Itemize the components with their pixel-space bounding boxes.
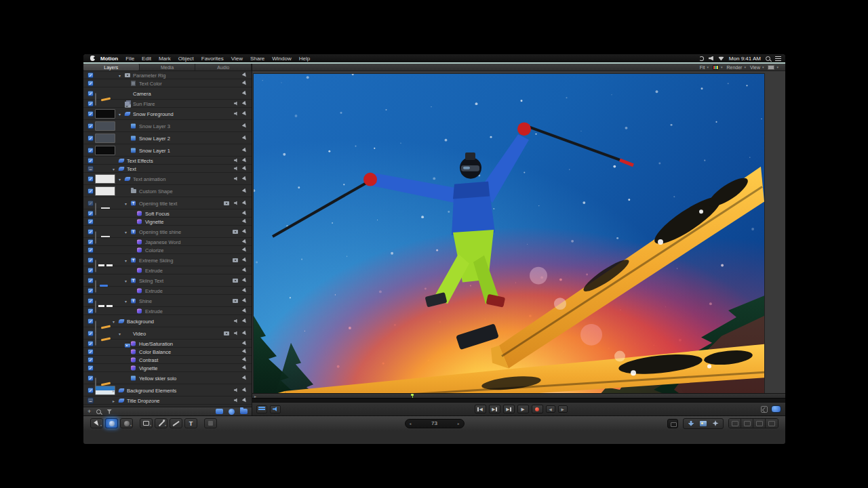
layer-row-skiing-text[interactable]: ▾Skiing Text (83, 274, 252, 287)
play-from-start-button[interactable]: ▶ (503, 405, 515, 413)
layer-row-snow-layer-2[interactable]: Snow Layer 2 (83, 132, 252, 144)
cursor-icon[interactable] (242, 218, 248, 224)
layer-row-shine[interactable]: ▾Shine (83, 295, 252, 307)
layer-checkbox[interactable] (87, 123, 94, 129)
layer-row-extreme-skiing[interactable]: ▾Extreme Skiing (83, 254, 252, 266)
layer-checkbox[interactable] (87, 218, 94, 224)
disclosure-triangle-icon[interactable]: ▸ (113, 398, 115, 403)
layout-dropdown[interactable]: ▾ (768, 65, 778, 70)
layer-row-snow-foreground[interactable]: ▾Snow Foreground (83, 108, 252, 120)
layer-checkbox[interactable] (87, 100, 94, 106)
disclosure-triangle-icon[interactable]: ▾ (125, 229, 127, 234)
zoom-level-dropdown[interactable]: Fit ▾ (700, 65, 709, 70)
rectangle-tool-button[interactable]: ▾ (140, 418, 153, 428)
disclosure-triangle-icon[interactable]: ▾ (119, 111, 121, 116)
spotlight-search-icon[interactable] (766, 56, 770, 61)
timeline-track[interactable] (252, 398, 785, 402)
cursor-icon[interactable] (242, 277, 248, 283)
pane-toggle-2[interactable] (741, 419, 753, 428)
layer-row-opening-title-text[interactable]: ▾Opening title text (83, 197, 252, 209)
mini-timeline[interactable]: ▸ (252, 393, 785, 402)
sync-icon[interactable] (699, 56, 704, 61)
cursor-icon[interactable] (242, 90, 248, 96)
snapshot-button[interactable] (667, 419, 678, 428)
layer-row-text-animation[interactable]: ▾Text animation (83, 173, 252, 185)
layer-checkbox[interactable] (87, 330, 94, 336)
speaker-icon[interactable] (234, 159, 238, 163)
cursor-icon[interactable] (242, 176, 248, 181)
menu-item-favorites[interactable]: Favorites (201, 56, 224, 62)
add-layer-button[interactable]: + (87, 409, 91, 415)
layer-checkbox[interactable] (87, 200, 94, 206)
menu-item-file[interactable]: File (125, 56, 134, 62)
layer-checkbox[interactable] (87, 365, 94, 371)
tab-media[interactable]: Media (140, 64, 196, 70)
loop-playback-icon[interactable] (771, 405, 781, 413)
import-button[interactable] (686, 420, 696, 428)
menu-item-share[interactable]: Share (250, 56, 264, 62)
tab-audio[interactable]: Audio (195, 64, 252, 70)
layer-row-background[interactable]: ▾Background (83, 315, 252, 327)
view-dropdown[interactable]: View ▾ (750, 65, 764, 70)
cursor-icon[interactable] (242, 147, 248, 152)
menu-item-edit[interactable]: Edit (142, 56, 151, 62)
speaker-icon[interactable] (234, 177, 238, 181)
cursor-icon[interactable] (242, 257, 248, 262)
layer-checkbox[interactable] (87, 228, 94, 235)
disclosure-triangle-icon[interactable]: ▾ (113, 166, 115, 171)
layer-row-snow-layer-3[interactable]: Snow Layer 3 (83, 120, 252, 132)
cursor-icon[interactable] (242, 188, 248, 193)
layer-row-text-effects[interactable]: Text Effects (83, 157, 252, 165)
step-back-button[interactable]: ◀ (546, 405, 555, 413)
speaker-icon[interactable] (234, 399, 238, 403)
cursor-icon[interactable] (242, 318, 248, 323)
search-layers-icon[interactable] (96, 409, 101, 414)
layer-checkbox[interactable] (87, 277, 94, 283)
cursor-icon[interactable] (242, 397, 248, 403)
effects-button[interactable] (710, 420, 721, 428)
menu-item-motion[interactable]: Motion (100, 56, 118, 62)
increment-icon[interactable]: ▸ (458, 422, 460, 426)
show-timeline-button[interactable] (256, 405, 267, 413)
cursor-icon[interactable] (242, 72, 248, 77)
cursor-icon[interactable] (242, 287, 248, 293)
channels-dropdown[interactable]: ▾ (713, 65, 723, 70)
render-dropdown[interactable]: Render ▾ (726, 65, 745, 70)
cursor-icon[interactable] (242, 228, 248, 234)
disclosure-triangle-icon[interactable]: ▾ (125, 201, 127, 205)
layer-row-text[interactable]: ▾Text (83, 165, 252, 173)
menu-item-object[interactable]: Object (178, 56, 194, 62)
tab-layers[interactable]: Layers (83, 64, 140, 70)
layer-row-color-balance[interactable]: Color Balance (83, 348, 252, 356)
cursor-icon[interactable] (242, 330, 248, 336)
layer-row-parameter-rig[interactable]: ▾Parameter Rig (83, 71, 252, 79)
layer-row-vignette[interactable]: Vignette (83, 364, 252, 372)
group-view-button[interactable] (240, 409, 248, 414)
layer-row-opening-title-shine[interactable]: ▾Opening title shine (83, 226, 252, 238)
speaker-icon[interactable] (234, 112, 238, 116)
disclosure-triangle-icon[interactable]: ▾ (125, 278, 127, 283)
wifi-icon[interactable] (718, 56, 724, 61)
layer-checkbox[interactable] (87, 90, 94, 96)
layer-checkbox[interactable] (87, 397, 94, 403)
cursor-icon[interactable] (242, 239, 248, 244)
layer-row-title-background[interactable]: Title Background (83, 405, 252, 407)
frame-counter[interactable]: ◂ 73 ▸ (405, 419, 465, 428)
show-audio-button[interactable] (270, 405, 281, 413)
layer-checkbox[interactable] (87, 247, 94, 253)
layer-row-hue-saturation[interactable]: Hue/Saturation (83, 340, 252, 348)
cursor-icon[interactable] (242, 387, 248, 392)
layer-row-snow-layer-1[interactable]: Snow Layer 1 (83, 144, 252, 157)
speaker-icon[interactable] (234, 102, 238, 106)
disclosure-triangle-icon[interactable]: ▾ (125, 298, 127, 303)
speaker-icon[interactable] (234, 388, 238, 392)
menu-item-view[interactable]: View (231, 56, 243, 62)
disclosure-triangle-icon[interactable]: ▾ (125, 258, 127, 262)
layer-row-background-elements[interactable]: ▸Background Elements (83, 384, 252, 396)
cursor-icon[interactable] (242, 308, 248, 313)
layer-row-sun-flare[interactable]: Sun Flare (83, 100, 252, 108)
pane-toggle-4[interactable] (766, 419, 778, 428)
menu-item-mark[interactable]: Mark (159, 56, 171, 62)
layer-row-title-dropzone[interactable]: ▸Title Dropzone (83, 396, 252, 405)
rig-icon[interactable] (224, 201, 229, 205)
